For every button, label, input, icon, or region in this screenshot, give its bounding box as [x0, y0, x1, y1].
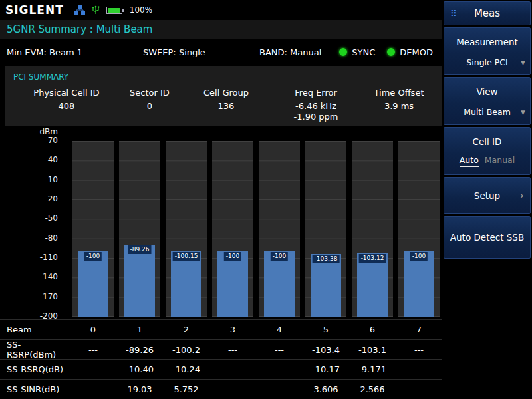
auto-detect-ssb-label: Auto Detect SSB [450, 232, 524, 243]
pci-field-label: Sector ID [120, 88, 180, 98]
beam-bar: -100 [78, 251, 108, 317]
cell-id-button[interactable]: Cell ID Auto Manual [444, 127, 531, 175]
table-row: Beam01234567 [0, 319, 442, 339]
menu-dots-icon: ⠿ [450, 9, 457, 19]
sync-led-icon [339, 48, 347, 56]
y-axis-tick-label: -200 [40, 311, 58, 321]
table-cell: --- [70, 384, 116, 394]
y-axis-tick-label: -110 [40, 253, 58, 262]
battery-percent: 100% [130, 5, 152, 15]
chart-column: -100 [256, 141, 303, 317]
meas-menu-label: Meas [474, 7, 500, 19]
pci-field: Physical Cell ID408 [13, 88, 120, 122]
setup-label: Setup [474, 190, 500, 201]
usb-icon [91, 5, 100, 15]
table-cell: --- [256, 345, 303, 355]
bar-value-label: -100 [224, 252, 241, 261]
table-cell: --- [396, 384, 442, 394]
y-axis-tick-label: -170 [40, 292, 58, 301]
table-cell: 2.566 [349, 384, 396, 394]
table-cell: --- [70, 345, 116, 355]
bar-value-label: -100.15 [173, 252, 200, 261]
y-axis-tick-label: 70 [48, 136, 58, 145]
table-cell: 1 [116, 325, 163, 334]
sync-indicator: SYNC [339, 47, 375, 57]
pci-field: Time Offset3.9 ms [359, 88, 439, 122]
beam-bar: -89.26 [124, 245, 155, 317]
table-cell: -10.24 [163, 364, 209, 374]
table-row-label: SS-RSRP(dBm) [0, 340, 70, 360]
table-cell: -103.4 [303, 345, 349, 355]
pci-field-value: 408 [13, 101, 120, 112]
beam-table: Beam01234567SS-RSRP(dBm)----89.26-100.2-… [0, 319, 442, 399]
bar-value-label: -89.26 [128, 245, 151, 254]
chart-column: -103.38 [303, 141, 349, 317]
y-axis-tick-label: -140 [40, 272, 58, 281]
table-cell: 6 [349, 325, 396, 334]
sync-label: SYNC [352, 47, 375, 57]
chart-plot: -100-89.26-100.15-100-100-103.38-103.12-… [70, 141, 442, 317]
min-evm-status: Min EVM: Beam 1 [7, 47, 143, 57]
lan-icon [74, 5, 85, 15]
table-cell: 5 [303, 325, 349, 334]
chevron-right-icon: › [520, 189, 524, 201]
table-cell: 0 [70, 325, 116, 334]
chevron-down-icon: ▼ [521, 109, 525, 116]
table-row-label: Beam [0, 325, 70, 334]
softkey-sidebar: ⠿ Meas Measurement Single PCI ▼ View Mul… [442, 0, 532, 399]
table-row-label: SS-RSRQ(dB) [0, 364, 70, 374]
y-axis-tick-label: -50 [45, 213, 58, 223]
bar-value-label: -100 [271, 252, 288, 261]
table-cell: 5.752 [163, 384, 209, 394]
cell-id-option-auto[interactable]: Auto [460, 155, 479, 167]
pci-field-value: 136 [180, 101, 273, 112]
main-area: SIGLENT 100% 5GNR Summary : Multi Beam [0, 0, 442, 399]
view-value: Multi Beam [464, 107, 511, 117]
y-axis-tick-label: 40 [48, 155, 58, 164]
pci-field-label: Freq Error [273, 88, 359, 98]
cell-id-option-manual[interactable]: Manual [485, 155, 515, 165]
beam-bar-chart: dBm 704010-20-50-80-110-140-170-200 -100… [0, 126, 442, 319]
table-cell: -89.26 [116, 345, 163, 355]
table-cell: --- [209, 364, 256, 374]
chevron-down-icon: ▼ [521, 59, 525, 66]
status-bar: Min EVM: Beam 1 SWEEP: Single BAND: Manu… [0, 41, 442, 63]
table-cell: -100.2 [163, 345, 209, 355]
band-status: BAND: Manual [259, 47, 327, 57]
measurement-button[interactable]: Measurement Single PCI ▼ [444, 27, 531, 75]
table-cell: --- [209, 345, 256, 355]
table-cell: -10.40 [116, 364, 163, 374]
chart-column: -103.12 [349, 141, 396, 317]
table-cell: -103.1 [349, 345, 396, 355]
chart-column: -89.26 [116, 141, 163, 317]
pci-field: Sector ID0 [120, 88, 180, 122]
page-title: 5GNR Summary : Multi Beam [7, 23, 152, 35]
auto-detect-ssb-button[interactable]: Auto Detect SSB [444, 216, 531, 259]
beam-bar: -100 [264, 251, 295, 317]
chart-yaxis: dBm 704010-20-50-80-110-140-170-200 [0, 126, 65, 319]
table-cell: 19.03 [116, 384, 163, 394]
pci-field-value: 3.9 ms [359, 101, 439, 112]
beam-bar: -100.15 [171, 251, 201, 317]
pci-field-label: Time Offset [359, 88, 439, 98]
measurement-label: Measurement [456, 37, 518, 47]
demod-label: DEMOD [400, 47, 433, 57]
y-axis-tick-label: 10 [48, 175, 58, 184]
chart-column: -100 [396, 141, 442, 317]
table-cell: --- [70, 364, 116, 374]
setup-button[interactable]: Setup › [444, 177, 531, 214]
table-cell: -10.17 [303, 364, 349, 374]
battery-icon [106, 7, 124, 14]
view-button[interactable]: View Multi Beam ▼ [444, 77, 531, 125]
meas-menu-button[interactable]: ⠿ Meas [444, 1, 531, 25]
beam-bar: -103.38 [311, 254, 341, 317]
pci-field-label: Cell Group [180, 88, 273, 98]
bar-value-label: -100 [84, 252, 102, 261]
beam-bar: -100 [217, 251, 248, 317]
chart-column: -100 [209, 141, 256, 317]
table-cell: --- [396, 364, 442, 374]
bar-value-label: -103.12 [359, 254, 386, 263]
table-cell: --- [256, 364, 303, 374]
bar-value-label: -100 [410, 252, 428, 261]
measurement-value: Single PCI [466, 57, 507, 67]
